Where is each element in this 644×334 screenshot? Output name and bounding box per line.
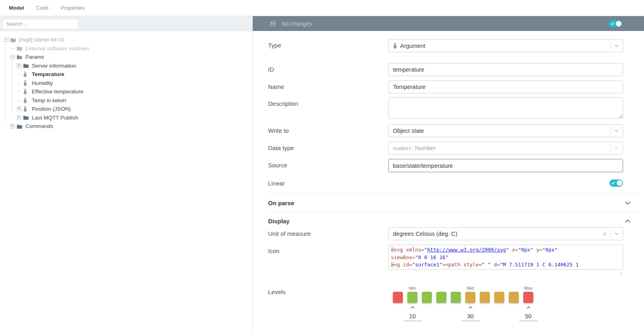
clear-icon[interactable] [603, 232, 607, 236]
tree-item-mqtt-starter-kit-01[interactable]: −[mqtt] starter-kit-01 [0, 35, 252, 44]
level-square-amber[interactable] [494, 292, 504, 303]
description-textarea[interactable] [388, 97, 623, 119]
tree-connector [17, 83, 21, 83]
folder-icon [23, 63, 30, 68]
level-square-amber[interactable] [480, 292, 490, 303]
tree-item-label: Server information [32, 63, 76, 69]
unit-select[interactable]: degrees Celsius (deg. C) [388, 227, 623, 240]
tree-connector [17, 91, 21, 92]
level-square-green[interactable] [451, 292, 461, 303]
tree-item-label: Params [25, 54, 44, 60]
tree-item-label: Temperature [32, 71, 64, 77]
tree-item-temp-in-kelvin[interactable]: Temp in kelvin [0, 96, 252, 105]
name-label: Name [268, 80, 388, 93]
thermometer-icon [23, 106, 30, 112]
caret-up-icon [469, 306, 473, 309]
folder-icon [17, 124, 23, 129]
tree-item-label: [mqtt] starter-kit-01 [19, 37, 64, 43]
tree-guide [5, 39, 6, 122]
tree-item-params[interactable]: −Params [0, 53, 252, 62]
chevron-down-icon [615, 45, 619, 47]
on-parse-section-header[interactable]: On parse [268, 194, 639, 212]
type-label: Type [268, 39, 388, 52]
expand-icon[interactable]: + [17, 115, 21, 120]
write-to-value: Object state [393, 128, 424, 134]
model-tree-panel: −[mqtt] starter-kit-01External software … [0, 16, 253, 334]
id-label: ID [268, 63, 388, 76]
collapse-icon[interactable]: − [10, 55, 15, 59]
tree-item-position-json[interactable]: +Position (JSON) [0, 105, 252, 113]
thermometer-icon [23, 71, 30, 77]
levels-squares [393, 292, 538, 303]
icon-code-editor[interactable]: <svg xmlns="http://www.w3.org/2000/svg" … [388, 245, 623, 270]
write-to-select[interactable]: Object state [388, 124, 623, 137]
expand-icon[interactable]: + [17, 64, 21, 68]
thermometer-icon [23, 97, 30, 103]
display-title: Display [268, 218, 289, 225]
display-section-header[interactable]: Display [268, 212, 639, 227]
resize-grip-icon[interactable] [618, 270, 622, 274]
icon-label: Icon [268, 245, 388, 274]
level-square-green[interactable] [436, 292, 446, 303]
linear-toggle[interactable] [609, 179, 623, 187]
chevron-down-icon [615, 130, 619, 132]
tree-connector [17, 100, 21, 101]
tree-item-temperature[interactable]: Temperature [0, 70, 252, 79]
level-square-red[interactable] [523, 292, 533, 303]
collapse-icon[interactable]: − [4, 37, 8, 42]
tree-guide [12, 56, 12, 113]
tree-item-effective-temperature[interactable]: Effective temperature [0, 87, 252, 96]
level-value-mid[interactable] [461, 313, 480, 321]
tree-connector [11, 48, 14, 49]
folder-icon [17, 46, 23, 51]
level-square-red[interactable] [393, 292, 403, 303]
tree-item-label: Position (JSON) [32, 106, 71, 112]
autosave-toggle[interactable] [609, 20, 622, 27]
toggle-knob [617, 180, 622, 186]
tree-item-last-mqtt-publish[interactable]: +Last MQTT Publish [0, 113, 252, 122]
level-square-green[interactable] [407, 292, 417, 303]
check-icon [611, 22, 614, 25]
data-type-code: number [393, 145, 412, 151]
tab-properties[interactable]: Properties [61, 5, 85, 11]
data-type-label: Data type [268, 142, 388, 155]
level-marker-max: Max [524, 286, 533, 291]
level-square-amber[interactable] [509, 292, 519, 303]
level-value-min[interactable] [403, 313, 422, 321]
type-value: Argument [400, 43, 425, 49]
level-square-green[interactable] [422, 292, 432, 303]
tree-item-commands[interactable]: +Commands [0, 122, 252, 131]
source-input[interactable] [388, 159, 623, 172]
levels-marker-labels: MinMidMax [393, 286, 538, 291]
level-marker-mid: Mid [467, 286, 474, 291]
separator [611, 42, 611, 50]
tree-item-label: Effective temperature [32, 89, 83, 95]
tree-item-external-software-modules[interactable]: External software modules [0, 44, 252, 53]
tab-model[interactable]: Model [9, 5, 24, 11]
id-input[interactable] [388, 63, 623, 76]
caret-up-icon [411, 306, 415, 309]
tab-code[interactable]: Code [36, 5, 49, 11]
name-input[interactable] [388, 80, 623, 93]
description-label: Description [268, 97, 388, 119]
level-square-amber[interactable] [465, 292, 475, 303]
separator [611, 230, 611, 238]
tree-item-humidity[interactable]: Humidity [0, 79, 252, 88]
thermometer-icon [393, 43, 397, 49]
expand-icon[interactable]: + [17, 107, 21, 111]
search-input[interactable] [2, 19, 78, 29]
linear-label: Linear [268, 180, 388, 187]
type-select[interactable]: Argument [388, 39, 623, 52]
levels-carets [393, 306, 538, 312]
separator [611, 127, 611, 135]
levels-label: Levels [268, 286, 388, 323]
tree-item-server-information[interactable]: +Server information [0, 62, 252, 70]
expand-icon[interactable]: + [10, 124, 15, 128]
chevron-down-icon [615, 147, 619, 149]
toggle-knob [616, 21, 621, 27]
check-icon [611, 181, 615, 185]
editor-panel: No changes Type Argument [253, 16, 644, 334]
folder-icon [23, 115, 30, 120]
level-value-max[interactable] [519, 313, 538, 321]
argument-form: Type Argument ID [253, 31, 644, 323]
